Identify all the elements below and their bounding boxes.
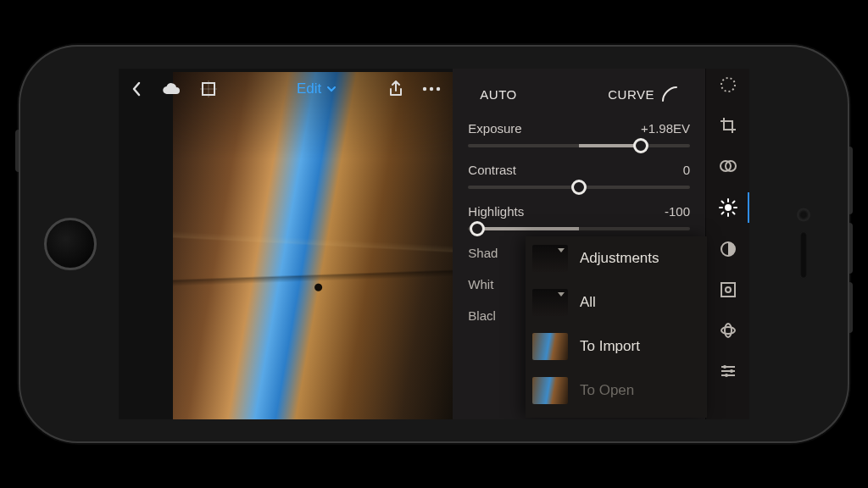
back-icon[interactable] [131,81,142,97]
effects-icon[interactable] [718,321,738,340]
profiles-icon[interactable] [718,157,738,175]
svg-point-14 [730,369,733,373]
share-icon[interactable] [388,80,403,97]
cloud-icon[interactable] [161,81,181,97]
svg-point-7 [725,204,732,211]
popup-item-label: All [580,294,596,311]
contrast-slider[interactable]: Contrast 0 [468,163,690,189]
reset-popup: AdjustmentsAllTo ImportTo Open [526,236,707,418]
popup-item[interactable]: All [526,280,707,324]
crop-overlay-icon[interactable] [200,80,217,97]
top-toolbar-left: Edit [119,69,348,109]
curve-label: CURVE [608,87,654,102]
photo-pane: Edit [119,69,453,419]
optics-icon[interactable] [718,280,738,299]
mode-dropdown[interactable]: Edit [297,80,337,97]
exposure-slider[interactable]: Exposure +1.98EV [468,121,690,147]
curve-button[interactable]: CURVE [596,80,690,108]
popup-thumbnail [532,289,568,316]
right-tool-rail [705,69,749,419]
svg-rect-9 [721,283,735,297]
svg-point-3 [437,87,440,91]
controls-pane: AUTO CURVE Exposure +1.98EV [453,69,749,419]
auto-button[interactable]: AUTO [468,82,528,107]
adjustments-column: AUTO CURVE Exposure +1.98EV [453,69,705,419]
contrast-label: Contrast [468,163,516,177]
svg-point-12 [721,327,735,334]
svg-point-11 [725,324,732,337]
svg-point-15 [725,374,728,377]
crop-icon[interactable] [718,116,738,135]
highlights-value: -100 [665,204,690,219]
phone-frame: Edit AUTO [19,45,849,443]
popup-item[interactable]: Adjustments [526,236,707,280]
exposure-value: +1.98EV [641,121,690,136]
popup-item-label: To Open [580,382,634,399]
auto-label: AUTO [480,87,516,102]
popup-thumbnail [532,377,568,404]
top-toolbar-right [376,69,453,109]
app-screen: Edit AUTO [119,69,749,419]
light-icon[interactable] [718,197,738,218]
svg-point-10 [726,287,731,292]
popup-thumbnail [532,333,568,360]
svg-point-2 [430,87,433,91]
popup-item-label: Adjustments [580,250,659,267]
more-icon[interactable] [422,86,441,92]
popup-item-label: To Import [580,338,640,355]
phone-home-button[interactable] [44,218,97,270]
presets-icon[interactable] [718,362,738,380]
mode-label: Edit [297,80,321,97]
highlights-label: Highlights [468,204,524,219]
contrast-value: 0 [683,163,690,177]
phone-sensor-cluster [798,210,809,279]
highlights-slider[interactable]: Highlights -100 [468,204,690,230]
svg-point-4 [721,78,735,92]
svg-point-13 [723,365,726,369]
svg-point-1 [423,87,426,91]
exposure-label: Exposure [468,121,521,136]
popup-thumbnail [532,245,568,272]
color-icon[interactable] [718,240,738,258]
popup-item[interactable]: To Open [526,369,707,413]
popup-item[interactable]: To Import [526,324,707,369]
photo-preview[interactable] [173,72,453,419]
phone-volume-up [849,223,853,274]
phone-volume-down [849,282,853,333]
dial-icon[interactable] [718,75,738,94]
